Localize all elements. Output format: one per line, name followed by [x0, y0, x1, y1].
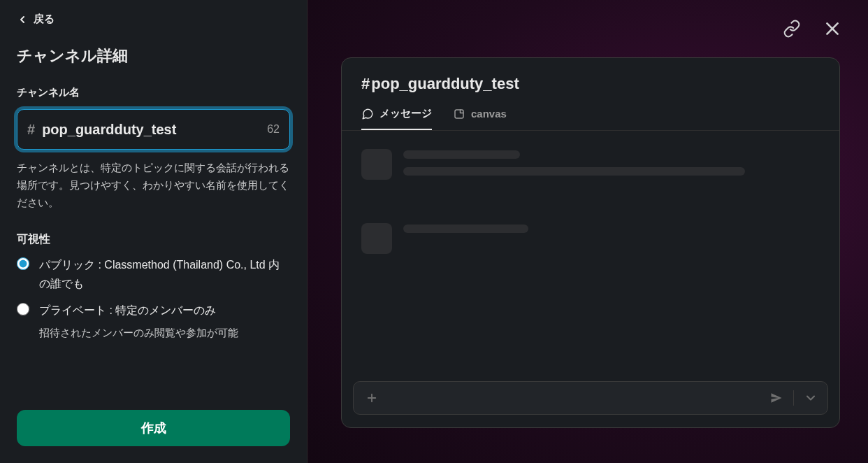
message-skeleton	[361, 223, 820, 254]
preview-channel-name: pop_guardduty_test	[371, 75, 519, 92]
channel-name-label: チャンネル名	[17, 86, 290, 99]
hash-icon: #	[27, 122, 35, 138]
back-button[interactable]: 戻る	[17, 13, 290, 26]
avatar-placeholder	[361, 149, 392, 180]
visibility-public-label: パブリック : Classmethod (Thailand) Co., Ltd …	[39, 255, 290, 293]
copy-link-button[interactable]	[781, 18, 802, 39]
visibility-private-radio[interactable]	[17, 303, 29, 315]
back-label: 戻る	[34, 13, 55, 26]
chevron-left-icon	[17, 14, 28, 25]
svg-rect-2	[455, 110, 463, 118]
tab-canvas[interactable]: canvas	[453, 101, 507, 130]
channel-name-field-wrapper[interactable]: # 62	[17, 109, 290, 150]
link-icon	[783, 20, 801, 38]
tab-messages[interactable]: メッセージ	[361, 101, 432, 130]
close-icon	[823, 20, 841, 38]
message-composer[interactable]	[353, 381, 828, 415]
panel-title: チャンネル詳細	[17, 45, 290, 66]
chevron-down-icon	[804, 391, 818, 405]
tab-canvas-label: canvas	[471, 108, 507, 120]
channel-name-input[interactable]	[42, 122, 261, 138]
tab-messages-label: メッセージ	[379, 107, 432, 120]
visibility-public-row[interactable]: パブリック : Classmethod (Thailand) Co., Ltd …	[17, 255, 290, 293]
channel-name-remaining: 62	[267, 123, 280, 136]
skeleton-line	[403, 167, 745, 176]
visibility-private-sub: 招待されたメンバーのみ閲覧や参加が可能	[39, 324, 290, 342]
visibility-private-row[interactable]: プライベート : 特定のメンバーのみ	[17, 301, 290, 320]
skeleton-line	[403, 150, 520, 159]
canvas-icon	[453, 108, 465, 120]
message-skeleton	[361, 149, 820, 184]
visibility-public-radio[interactable]	[17, 257, 29, 270]
send-options-button[interactable]	[804, 391, 818, 405]
channel-name-help: チャンネルとは、特定のトピックに関する会話が行われる場所です。見つけやすく、わか…	[17, 159, 290, 211]
divider	[793, 390, 794, 406]
create-button[interactable]: 作成	[17, 410, 290, 446]
close-button[interactable]	[822, 18, 843, 39]
visibility-private-label: プライベート : 特定のメンバーのみ	[39, 301, 216, 320]
plus-icon	[366, 392, 378, 404]
channel-preview-card: #pop_guardduty_test メッセージ canvas	[341, 57, 840, 428]
message-icon	[361, 108, 374, 120]
visibility-label: 可視性	[17, 232, 290, 247]
skeleton-line	[403, 225, 528, 233]
send-icon	[769, 391, 783, 405]
preview-channel-title: #pop_guardduty_test	[361, 75, 820, 93]
attach-button[interactable]	[363, 390, 380, 406]
hash-icon: #	[361, 75, 370, 92]
send-button[interactable]	[769, 391, 783, 405]
avatar-placeholder	[361, 223, 392, 254]
